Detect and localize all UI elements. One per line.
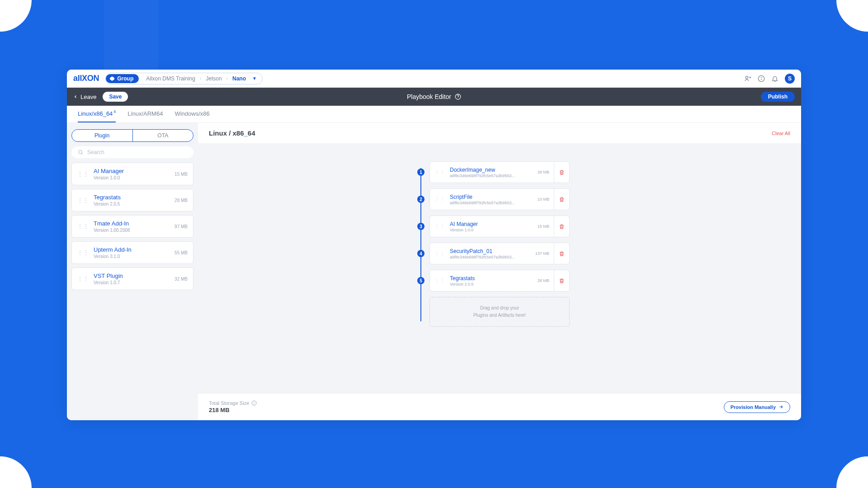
step-sub: Version 1.0.0 [450, 228, 533, 232]
breadcrumb: Group Allxon DMS Training › Jetson › Nan… [105, 73, 263, 84]
step-number: 1 [417, 169, 425, 176]
step-name: Tegrastats [450, 275, 533, 282]
drag-handle-icon[interactable]: ⋮⋮ [430, 278, 450, 284]
publish-button[interactable]: Publish [761, 92, 795, 102]
avatar[interactable]: S [785, 74, 795, 84]
trash-icon [559, 251, 565, 257]
step-card[interactable]: ⋮⋮SecurityPatch_01a9f8c346e698f792fc5e57… [429, 243, 570, 264]
step-size: 10 MB [533, 197, 554, 202]
info-icon[interactable] [251, 400, 257, 406]
step-sub: a9f8c346e698f792fc5e57a3b9502... [450, 255, 531, 259]
drag-handle-icon[interactable]: ⋮⋮ [430, 224, 450, 230]
plugin-name: AI Manager [94, 168, 175, 174]
drag-handle-icon[interactable]: ⋮⋮ [430, 197, 450, 202]
svg-point-3 [761, 77, 762, 78]
delete-button[interactable] [554, 243, 569, 264]
crumb-2[interactable]: Nano [228, 74, 250, 83]
plugin-version: Version 3.1.0 [94, 254, 175, 259]
help-icon[interactable] [455, 94, 461, 100]
step-name: ScriptFile [450, 194, 533, 200]
delete-button[interactable] [554, 189, 569, 210]
step-name: SecurityPatch_01 [450, 248, 531, 254]
platform-tabs: Linux/x86_644 Linux/ARM64 Windows/x86 [67, 106, 801, 123]
plugin-card[interactable]: ⋮⋮AI ManagerVersion 1.0.015 MB [71, 163, 193, 185]
tab-linux-x86-64[interactable]: Linux/x86_644 [78, 106, 116, 122]
step-card[interactable]: ⋮⋮TegrastatsVersion 2.0.528 MB [429, 270, 570, 291]
tab-windows-x86[interactable]: Windows/x86 [175, 106, 209, 122]
trash-icon [559, 197, 565, 202]
plugin-card[interactable]: ⋮⋮TegrastatsVersion 2.0.528 MB [71, 189, 193, 211]
plugin-version: Version 1.0.7 [94, 280, 175, 285]
search-icon [78, 150, 84, 155]
step-sub: a9f8c346e698f792fc5e57a3b9502... [450, 174, 533, 178]
storage-label: Total Storage Size [209, 400, 257, 406]
clear-all-button[interactable]: Clear All [772, 131, 790, 136]
tab-linux-arm64[interactable]: Linux/ARM64 [127, 106, 163, 122]
topbar: allXON Group Allxon DMS Training › Jetso… [67, 70, 801, 88]
step-size: 15 MB [533, 224, 554, 229]
delete-button[interactable] [554, 216, 569, 237]
step-sub: a9f8c346e698f792fc5e57a3b9502... [450, 201, 533, 205]
crumb-0[interactable]: Allxon DMS Training [142, 74, 200, 83]
step-name: DockerImage_new [450, 167, 533, 173]
main-title: Linux / x86_64 [209, 129, 255, 137]
search-input[interactable] [71, 146, 193, 158]
chevron-left-icon [73, 94, 78, 99]
plugin-size: 97 MB [175, 224, 188, 229]
drag-handle-icon[interactable]: ⋮⋮ [430, 169, 450, 175]
info-icon[interactable] [758, 75, 765, 82]
step-row: 1⋮⋮DockerImage_newa9f8c346e698f792fc5e57… [429, 161, 570, 183]
step-row: 4⋮⋮SecurityPatch_01a9f8c346e698f792fc5e5… [429, 243, 570, 264]
plugin-name: Tegrastats [94, 194, 175, 201]
seg-plugin[interactable]: Plugin [72, 130, 132, 141]
group-chip[interactable]: Group [106, 74, 139, 83]
delete-button[interactable] [554, 270, 569, 291]
svg-point-0 [745, 76, 748, 78]
drag-handle-icon[interactable]: ⋮⋮ [430, 251, 450, 257]
drag-handle-icon: ⋮⋮ [77, 276, 89, 282]
step-card[interactable]: ⋮⋮AI ManagerVersion 1.0.015 MB [429, 216, 570, 237]
titlebar: Leave Save Playbook Editor Publish [67, 88, 801, 106]
step-row: 3⋮⋮AI ManagerVersion 1.0.015 MB [429, 216, 570, 237]
sidebar-seg-control: Plugin OTA [71, 129, 193, 142]
step-card[interactable]: ⋮⋮DockerImage_newa9f8c346e698f792fc5e57a… [429, 161, 570, 183]
arrow-right-icon [778, 404, 783, 409]
drag-handle-icon: ⋮⋮ [77, 250, 89, 255]
layers-icon [109, 76, 115, 81]
step-row: 5⋮⋮TegrastatsVersion 2.0.528 MB [429, 270, 570, 291]
step-number: 4 [417, 250, 425, 257]
seg-ota[interactable]: OTA [133, 130, 193, 141]
chevron-down-icon[interactable]: ▼ [250, 76, 261, 81]
plugin-name: VST Plugin [94, 272, 175, 279]
provision-manually-button[interactable]: Provision Manually [724, 401, 790, 413]
plugin-name: Upterm Add-In [94, 246, 175, 253]
logo: allXON [73, 74, 99, 83]
plugin-card[interactable]: ⋮⋮Tmate Add-InVersion 1.00.200897 MB [71, 215, 193, 238]
plugin-card[interactable]: ⋮⋮Upterm Add-InVersion 3.1.055 MB [71, 241, 193, 264]
step-sub: Version 2.0.5 [450, 282, 533, 286]
sidebar: Plugin OTA ⋮⋮AI ManagerVersion 1.0.015 M… [67, 123, 198, 420]
plugin-card[interactable]: ⋮⋮VST PluginVersion 1.0.732 MB [71, 267, 193, 290]
step-size: 28 MB [533, 170, 554, 174]
user-add-icon[interactable] [744, 75, 751, 82]
canvas: 1⋮⋮DockerImage_newa9f8c346e698f792fc5e57… [198, 143, 801, 393]
leave-button[interactable]: Leave [73, 94, 96, 100]
step-connector-line [420, 168, 421, 321]
save-button[interactable]: Save [103, 92, 128, 102]
step-size: 137 MB [531, 251, 554, 256]
plugin-version: Version 1.00.2008 [94, 228, 175, 233]
drag-handle-icon: ⋮⋮ [77, 197, 89, 203]
svg-point-9 [254, 402, 255, 403]
step-card[interactable]: ⋮⋮ScriptFilea9f8c346e698f792fc5e57a3b950… [429, 188, 570, 210]
step-number: 3 [417, 223, 425, 230]
dropzone[interactable]: Drag and drop your Plugins and Artifacts… [429, 297, 570, 327]
plugin-size: 55 MB [175, 250, 188, 255]
main: Linux / x86_64 Clear All 1⋮⋮DockerImage_… [198, 123, 801, 420]
trash-icon [559, 224, 565, 230]
delete-button[interactable] [554, 162, 569, 183]
step-number: 5 [417, 277, 425, 284]
storage-value: 218 MB [209, 407, 257, 413]
crumb-1[interactable]: Jetson [201, 74, 226, 83]
plugin-size: 32 MB [175, 277, 188, 282]
bell-icon[interactable] [771, 75, 778, 82]
